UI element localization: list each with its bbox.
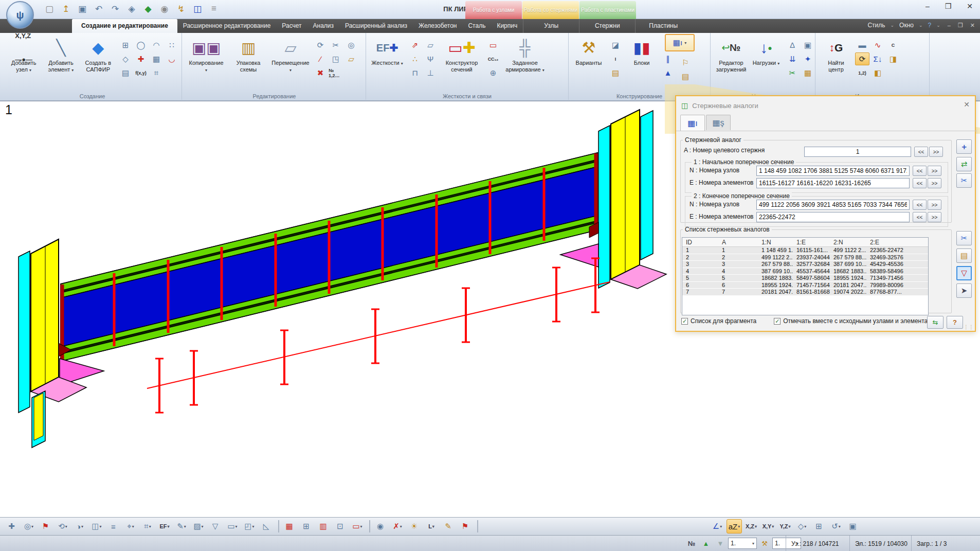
cc12-icon[interactable]: CC₁₂ [486,52,500,65]
tab-bars[interactable]: Стержни [579,19,635,33]
perspective-grid-icon[interactable]: ⊞ [811,519,827,534]
fxy-surface-icon[interactable]: f(x,y) [134,66,148,79]
bar-analogs-button[interactable]: ▦ı ▾ [665,34,695,51]
delete-analog-button[interactable]: ✂ [956,231,972,245]
end-elements-input[interactable] [756,212,910,222]
column-header[interactable]: A [718,238,758,246]
edit-number-icon[interactable]: № [685,537,698,549]
end-nodes-next-button[interactable]: >> [928,200,941,210]
cylinder-gen-icon[interactable]: ◯ [134,39,148,51]
step-up-icon[interactable]: ▲ [699,537,713,549]
select-box-icon[interactable]: ▭▾ [225,519,240,534]
minimize-button[interactable]: – [925,2,930,10]
tower-gen-icon[interactable]: ▤ [118,66,133,79]
dialog-titlebar[interactable]: ◫ Стержневые аналоги [681,101,758,110]
stiffness-view-icon[interactable]: EF▾ [157,519,172,534]
contour-icon[interactable]: ≡ [106,519,121,534]
truss-gen-icon[interactable]: ◇ [118,52,133,65]
tab-steel[interactable]: Сталь [462,19,491,33]
stiffness-button[interactable]: EF✚ Жесткости ▾ [369,35,405,68]
mdi-close-button[interactable]: ✕ [970,22,975,29]
end-elements-prev-button[interactable]: << [913,212,927,222]
section-builder-button[interactable]: ▭✚ Конструктор сечений [440,35,483,74]
tab-analysis[interactable]: Анализ [307,19,340,33]
apply-button[interactable]: ⇆ [927,316,943,329]
column-header[interactable]: 2:N [830,238,866,246]
concrete-cube-icon[interactable]: ◪ [608,39,623,51]
variants-button[interactable]: ⚒ Варианты [572,35,606,67]
erase-icon[interactable]: ✗▾ [390,519,405,534]
dashed-grid-icon[interactable]: ⌗ [149,66,164,79]
blocks-button[interactable]: ▮▮ Блоки [625,35,658,67]
filter-funnel-icon[interactable]: ▽ [208,519,223,534]
support-icon[interactable]: ⊥ [423,66,438,79]
tab-advanced-analysis[interactable]: Расширенный анализ [339,19,413,33]
rotate-view-icon[interactable]: ⟲▾ [55,519,70,534]
column-header[interactable]: 1:E [793,238,830,246]
pack-scheme-button[interactable]: ▥ Упаковка схемы [228,35,268,74]
dome-gen-icon[interactable]: ◠ [149,39,164,51]
step-down-icon[interactable]: ▼ [714,537,727,549]
restore-button[interactable]: ❒ [945,2,952,10]
zoom-target-icon[interactable]: ◎▾ [21,519,37,534]
pair-view-icon[interactable]: ◫▾ [89,519,104,534]
mesh-gen-icon[interactable]: ▦ [149,52,164,65]
separator[interactable] [369,520,370,532]
filter-analogs-button[interactable]: ▽ [956,266,972,280]
fit-view-icon[interactable]: ▣ [845,519,861,534]
scissors-icon[interactable]: ✂ [329,39,343,51]
sum-loads-icon[interactable]: Σ↓ [870,52,885,65]
anchor-support-icon[interactable]: ⊕ [486,66,500,79]
fragment-checkbox[interactable]: ✓ Список для фрагмента [681,317,756,325]
style-menu[interactable]: Стиль [867,22,885,29]
grid-icon[interactable]: ⌗▾ [140,519,155,534]
add-node-icon[interactable]: ⊞ [299,519,314,534]
decay-curve-icon[interactable]: ∿ [870,39,885,51]
add-node-button[interactable]: X,Y,Z—●— Добавить узел ▾ [6,35,41,75]
renumber-icon[interactable]: № 1,2… [329,66,343,79]
start-elements-input[interactable] [756,178,910,188]
colorbar-cursor-icon[interactable]: ▬ [855,39,869,51]
crane-icon[interactable]: ⊓ [408,66,422,79]
table-row[interactable]: 4 4 387 699 10... 45537-45644 18682 1883… [682,268,928,275]
quad-colors-icon[interactable]: ◧ [870,66,885,79]
flags-icon[interactable]: ⚑ [38,519,53,534]
tab-reinforced-concrete[interactable]: Железобетон [413,19,462,33]
tab-create-edit[interactable]: Создание и редактирование [72,19,177,33]
select-poly-icon[interactable]: ◰▾ [242,519,257,534]
rotate-scene-icon[interactable]: ↺▾ [828,519,844,534]
table-row[interactable]: 2 2 499 1122 2... 23937-24044 267 579 88… [682,254,928,261]
distributed-load-icon[interactable]: ⇊ [785,52,800,65]
ctx-header-bars[interactable]: Работа со стержнями [522,1,579,19]
red-frame-icon[interactable]: ▭▾ [350,519,365,534]
move-button[interactable]: ▱ Перемещение ▾ [270,35,311,75]
pack-analogs-button[interactable]: ▤ [956,248,972,263]
find-center-button[interactable]: ↕G Найти центр [820,35,852,74]
slash-plane-icon[interactable]: ∕ [313,52,328,65]
ctx-header-nodes[interactable]: Работа с узлами [465,1,522,19]
shading-icon[interactable]: ▨▾ [191,519,206,534]
target-bar-input[interactable] [804,147,911,157]
axes-view-icon[interactable]: ∠▾ [710,519,725,534]
stamp-pages-icon[interactable]: ▱ [344,52,358,65]
weight-icon[interactable]: ∆ [785,39,800,51]
counter-icon[interactable]: 1,2) [855,66,869,79]
select-triangle-icon[interactable]: ◺ [259,519,274,534]
mirror-icon[interactable]: ◑▾ [72,519,87,534]
analog-table[interactable]: IDA1:N1:E2:N2:E 1 1 1 148 459 1... 16115… [682,237,929,315]
aim-icon[interactable]: ⌖▾ [123,519,138,534]
i-beam-icon[interactable]: I [608,52,623,65]
copy-loads-icon[interactable]: ▣ [801,39,815,51]
resize-grip[interactable]: ⋮⋮ [964,324,974,330]
pick-analog-button[interactable]: ➤ [956,283,972,298]
lamp-icon[interactable]: ☀ [407,519,422,534]
app-logo-lira[interactable]: ψ [6,1,34,29]
tab-plate-analog[interactable]: ▦ş [706,115,731,130]
start-elements-next-button[interactable]: >> [928,178,941,188]
plate-icon[interactable]: ▱ [423,39,438,51]
brick-diamond-icon[interactable]: ▦ [801,66,815,79]
start-nodes-prev-button[interactable]: << [913,166,927,176]
copy-button[interactable]: ▣▣ Копирование ▾ [186,35,226,75]
add-element-button[interactable]: ╲ Добавить элемент ▾ [43,35,78,75]
close-button[interactable]: ✕ [967,2,973,10]
